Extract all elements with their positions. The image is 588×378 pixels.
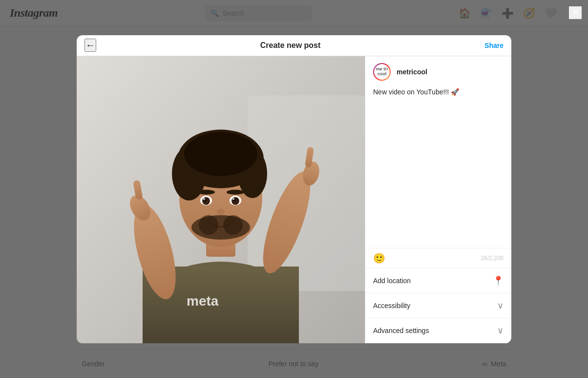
svg-point-12 <box>197 190 215 195</box>
profile-section: me tri cool metricool <box>365 56 511 88</box>
avatar: me tri cool <box>373 63 391 81</box>
person-illustration: meta <box>77 56 365 343</box>
svg-point-11 <box>184 132 257 176</box>
svg-point-24 <box>199 215 218 235</box>
caption-text: New video on YouTube!!! 🚀 <box>373 88 459 96</box>
post-image-area: meta <box>77 56 365 343</box>
accessibility-chevron-icon: ∨ <box>497 300 504 311</box>
advanced-settings-chevron-icon: ∨ <box>497 325 504 336</box>
back-button[interactable]: ← <box>84 39 96 52</box>
svg-point-22 <box>217 209 225 215</box>
add-location-label: Add location <box>373 277 411 285</box>
right-bottom-section: 🙂 26/2,200 Add location 📍 Accessibility <box>365 248 511 343</box>
location-row-right: 📍 <box>493 275 504 286</box>
add-location-row[interactable]: Add location 📍 <box>365 268 511 293</box>
char-count: 26/2,200 <box>481 255 504 262</box>
modal-header: ← Create new post Share <box>77 35 511 56</box>
advanced-settings-row-right: ∨ <box>497 325 504 336</box>
svg-point-20 <box>203 198 205 200</box>
svg-point-21 <box>232 198 234 200</box>
emoji-row: 🙂 26/2,200 <box>365 248 511 268</box>
emoji-icon[interactable]: 🙂 <box>373 252 385 264</box>
accessibility-label: Accessibility <box>373 302 410 310</box>
post-image: meta <box>77 56 365 343</box>
caption-area[interactable]: New video on YouTube!!! 🚀 <box>365 88 511 248</box>
advanced-settings-label: Advanced settings <box>373 327 429 334</box>
share-button[interactable]: Share <box>484 42 504 49</box>
advanced-settings-row[interactable]: Advanced settings ∨ <box>365 318 511 343</box>
svg-text:meta: meta <box>187 293 219 309</box>
svg-point-13 <box>227 190 244 195</box>
create-post-modal: ← Create new post Share <box>77 35 511 343</box>
profile-username: metricool <box>397 68 427 76</box>
close-button[interactable]: ✕ <box>568 6 582 20</box>
avatar-initials: me tri cool <box>374 64 390 80</box>
location-icon: 📍 <box>493 275 504 286</box>
modal-body: meta <box>77 56 511 343</box>
svg-point-25 <box>223 215 243 235</box>
accessibility-row-right: ∨ <box>497 300 504 311</box>
modal-title: Create new post <box>260 41 321 50</box>
modal-overlay: ✕ ← Create new post Share <box>0 0 588 378</box>
right-panel: me tri cool metricool New video on YouTu… <box>365 56 511 343</box>
divider-4 <box>365 343 511 343</box>
accessibility-row[interactable]: Accessibility ∨ <box>365 293 511 318</box>
